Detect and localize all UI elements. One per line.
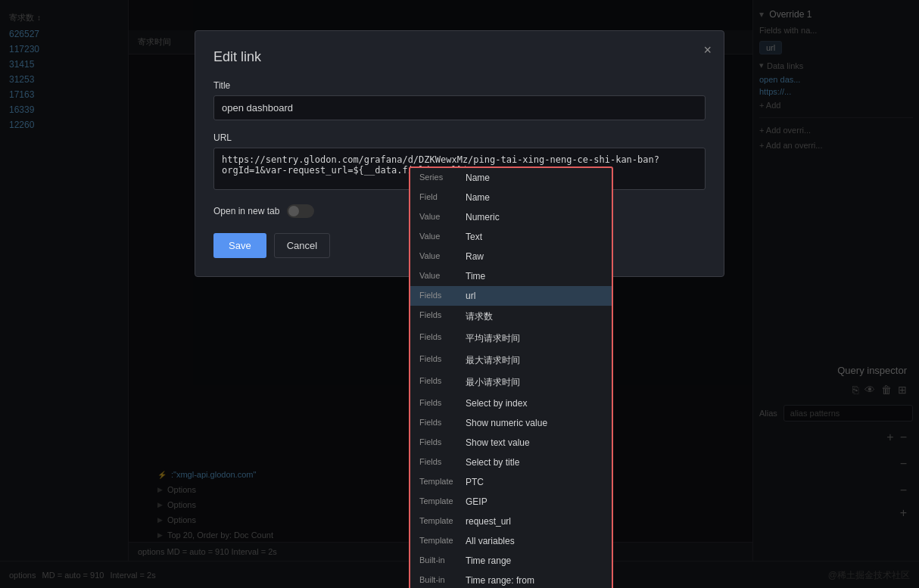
suggest-item[interactable]: Fields最大请求时间	[410, 350, 612, 372]
suggest-item[interactable]: TemplatePTC	[410, 472, 612, 492]
suggest-item[interactable]: FieldsSelect by title	[410, 453, 612, 472]
url-label: URL	[213, 132, 706, 143]
suggest-item[interactable]: FieldsShow text value	[410, 433, 612, 453]
suggest-item[interactable]: SeriesName	[410, 168, 612, 188]
suggest-item[interactable]: FieldName	[410, 188, 612, 207]
suggest-item[interactable]: TemplateAll variables	[410, 531, 612, 551]
suggest-item[interactable]: FieldsSelect by index	[410, 394, 612, 413]
suggest-item[interactable]: Fieldsurl	[410, 286, 612, 306]
title-label: Title	[213, 80, 706, 91]
suggest-item[interactable]: Built-inTime range: from	[410, 571, 612, 588]
suggest-item[interactable]: ValueTime	[410, 266, 612, 286]
suggest-item[interactable]: Fields最小请求时间	[410, 372, 612, 394]
cancel-button[interactable]: Cancel	[274, 233, 330, 258]
save-button[interactable]: Save	[213, 233, 266, 258]
open-new-tab-toggle[interactable]	[287, 204, 314, 218]
modal-title: Edit link	[213, 49, 706, 65]
suggest-item[interactable]: ValueRaw	[410, 247, 612, 266]
suggest-item[interactable]: Templaterequest_url	[410, 512, 612, 531]
suggestion-dropdown: SeriesNameFieldNameValueNumericValueText…	[409, 166, 613, 588]
suggest-item[interactable]: TemplateGEIP	[410, 492, 612, 512]
title-form-group: Title	[213, 80, 706, 120]
suggest-item[interactable]: ValueNumeric	[410, 207, 612, 227]
modal-close-button[interactable]: ×	[703, 43, 712, 57]
suggest-item[interactable]: ValueText	[410, 227, 612, 247]
suggest-item[interactable]: FieldsShow numeric value	[410, 413, 612, 433]
title-input[interactable]	[213, 95, 706, 120]
suggest-item[interactable]: Fields请求数	[410, 306, 612, 328]
open-new-tab-label: Open in new tab	[213, 206, 279, 216]
suggest-item[interactable]: Fields平均请求时间	[410, 328, 612, 350]
suggest-item[interactable]: Built-inTime range	[410, 551, 612, 571]
